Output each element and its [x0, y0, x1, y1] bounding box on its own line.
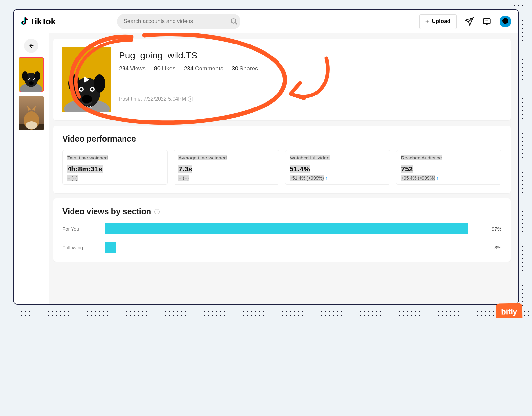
performance-title: Video performance [62, 134, 501, 144]
inbox-icon[interactable] [482, 17, 492, 26]
views-by-section-title: Video views by section i [62, 207, 501, 216]
upload-button[interactable]: + Upload [419, 14, 457, 29]
video-performance-card: Video performance Total time watched 4h:… [53, 126, 511, 193]
metric-total-time: Total time watched 4h:8m:31s -- (--) [62, 150, 168, 185]
svg-point-14 [29, 81, 34, 85]
stat-comments: 234Comments [184, 65, 223, 72]
svg-point-18 [26, 121, 37, 129]
bar-track [105, 223, 479, 234]
sidebar-thumb-cat[interactable] [19, 96, 44, 130]
svg-point-21 [68, 74, 80, 93]
video-stats: 284Views 80Likes 234Comments 30Shares [119, 65, 501, 72]
performance-metrics: Total time watched 4h:8m:31s -- (--) Ave… [62, 150, 501, 185]
svg-point-9 [34, 71, 40, 81]
brand-text: TikTok [30, 17, 55, 27]
svg-point-8 [22, 71, 28, 81]
stat-views: 284Views [119, 65, 146, 72]
bar-percent: 97% [486, 226, 501, 232]
svg-point-25 [80, 88, 83, 91]
svg-line-1 [235, 23, 237, 24]
search-box[interactable] [117, 14, 240, 29]
video-header-card: 7.58s Pug_going_wild.TS 284Views 80Likes… [53, 39, 511, 120]
svg-point-12 [28, 78, 29, 79]
bar-track [105, 242, 479, 253]
bar-label: Following [62, 245, 98, 250]
bar-label: For You [62, 226, 98, 232]
brand-logo[interactable]: TikTok [21, 17, 55, 27]
video-duration: 7.58s [82, 105, 92, 109]
metric-reached-audience: Reached Audience 752 +95.4% (>999%) ↑ [396, 150, 501, 185]
plus-icon: + [425, 18, 429, 25]
svg-point-26 [91, 88, 94, 91]
svg-point-13 [33, 78, 34, 79]
app-window: TikTok + Upload [13, 9, 519, 305]
svg-point-27 [82, 95, 92, 103]
stat-shares: 30Shares [232, 65, 258, 72]
metric-full-video: Watched full video 51.4% +51.4% (>999%) … [285, 150, 390, 185]
play-icon [84, 76, 89, 83]
video-title: Pug_going_wild.TS [119, 50, 501, 61]
up-arrow-icon: ↑ [436, 175, 439, 181]
topbar-right: + Upload [419, 14, 511, 29]
tiktok-note-icon [21, 17, 28, 26]
up-arrow-icon: ↑ [325, 175, 328, 181]
avatar[interactable] [500, 16, 511, 27]
info-icon[interactable]: i [154, 209, 160, 214]
send-icon[interactable] [464, 17, 474, 26]
metric-avg-time: Average time watched 7.3s -- (--) [174, 150, 279, 185]
views-by-section-card: Video views by section i For You97%Follo… [53, 198, 511, 262]
sidebar [14, 33, 49, 304]
sidebar-thumb-pug[interactable] [19, 57, 44, 92]
video-thumbnail[interactable]: 7.58s [62, 47, 111, 112]
topbar: TikTok + Upload [14, 10, 518, 33]
bar-row: Following3% [62, 242, 501, 253]
post-time: Post time: 7/22/2022 5:04PM i [119, 96, 501, 102]
stat-likes: 80Likes [154, 65, 175, 72]
search-input[interactable] [123, 18, 223, 25]
back-button[interactable] [24, 39, 38, 53]
search-icon[interactable] [230, 18, 238, 25]
info-icon[interactable]: i [188, 96, 193, 102]
bitly-badge: bitly [496, 303, 522, 318]
svg-point-22 [94, 74, 105, 93]
upload-label: Upload [432, 18, 450, 25]
bar-row: For You97% [62, 223, 501, 234]
svg-point-0 [231, 19, 236, 23]
views-bars: For You97%Following3% [62, 223, 501, 253]
bar-percent: 3% [486, 245, 501, 250]
search-divider [227, 17, 227, 26]
main-content: 7.58s Pug_going_wild.TS 284Views 80Likes… [49, 33, 518, 304]
